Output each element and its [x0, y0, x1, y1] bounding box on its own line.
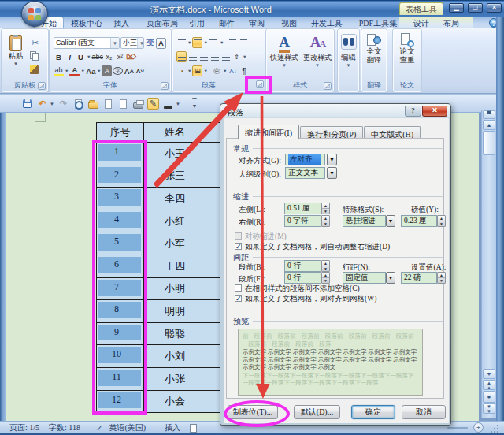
scroll-thumb[interactable] [483, 131, 495, 155]
scroll-up-icon[interactable]: ▲ [483, 120, 495, 130]
indent-left-field[interactable]: 0.51 厘 [284, 203, 321, 214]
browse-object-icon[interactable]: ● [483, 391, 495, 403]
enclose-character-button[interactable]: 字 [113, 67, 123, 75]
numbering-button[interactable] [192, 37, 202, 48]
font-size-combo[interactable]: 小三▼ [120, 37, 144, 49]
name-cell[interactable]: 小明 [144, 277, 206, 300]
font-color-button[interactable]: A [69, 65, 80, 76]
format-painter-icon[interactable] [30, 65, 39, 74]
name-cell[interactable]: 小会 [144, 390, 206, 413]
italic-button[interactable]: I [65, 51, 75, 62]
ribbon-tab-9[interactable]: 开发工具 [306, 17, 348, 28]
indent-right-field[interactable]: 0 字符 [284, 215, 321, 227]
alignment-combo[interactable]: 左对齐 [285, 154, 325, 165]
decrease-indent-button[interactable] [228, 37, 238, 48]
space-after-spinner[interactable]: ▲▼ [321, 272, 330, 284]
pen-dropdown-icon[interactable]: ▼ [176, 102, 180, 106]
new-page-icon[interactable] [117, 98, 129, 110]
by-spinner[interactable]: ▲▼ [437, 215, 446, 227]
ribbon-tab-5[interactable]: 引用 [182, 17, 212, 28]
indent-right-spinner[interactable]: ▲▼ [321, 215, 330, 227]
page-indicator[interactable]: 页面: 1/5 [5, 422, 44, 433]
undo-dropdown-icon[interactable]: ▼ [50, 102, 54, 106]
dialog-tab-2[interactable]: 换行和分页(P) [300, 126, 363, 139]
styles-dialog-launcher[interactable]: ◿ [324, 82, 332, 90]
name-cell[interactable]: 明明 [144, 300, 206, 323]
indent-left-spinner[interactable]: ▲▼ [321, 203, 330, 214]
name-cell[interactable]: 小红 [144, 210, 206, 232]
line-spacing-button[interactable]: ⇕ [232, 51, 242, 62]
snap-grid-checkbox[interactable]: ✓ [235, 295, 242, 302]
at-spinner[interactable]: ▲▼ [437, 272, 446, 284]
ribbon-tab-3[interactable]: 插入 [106, 17, 136, 28]
name-cell[interactable]: 小军 [144, 232, 206, 255]
line-spacing-combo[interactable]: 固定值 [343, 272, 386, 284]
maximize-button[interactable]: ▢ [468, 3, 483, 13]
name-cell[interactable]: 张三 [144, 165, 206, 188]
name-cell[interactable]: 小张 [144, 367, 206, 390]
vertical-scrollbar[interactable]: ▀ ▲ ▼ ▲▲ ● ▼▼ [481, 110, 496, 418]
close-button[interactable]: ✕ [487, 3, 502, 13]
minimize-button[interactable]: ▁ [449, 3, 464, 13]
clear-format-icon[interactable]: ⌦ [126, 51, 136, 62]
redo-icon[interactable]: ↷ [57, 98, 69, 110]
open-folder-icon[interactable] [87, 98, 99, 110]
shading-button[interactable]: ◔ [176, 65, 187, 76]
outline-dropdown-icon[interactable]: ▼ [327, 167, 337, 179]
word-count[interactable]: 字数: 118 [44, 422, 85, 433]
phonetic-guide-button[interactable]: 变 [145, 38, 155, 49]
font-name-combo[interactable]: Calibri (西文▼ [54, 37, 120, 49]
zoom-in-icon[interactable]: + [473, 422, 484, 433]
bold-button[interactable]: B [54, 51, 64, 62]
pen-icon[interactable] [162, 98, 174, 110]
subscript-button[interactable]: x₂ [104, 51, 114, 62]
by-field[interactable]: 0.23 厘 [401, 215, 437, 227]
language-indicator[interactable]: 英语(美国) [104, 422, 150, 433]
table-header-cell[interactable]: 姓名 [144, 123, 206, 143]
ribbon-tab-2[interactable]: 模板中心 [64, 17, 109, 28]
editing-button[interactable]: 编辑 ▼ [339, 34, 358, 68]
borders-button[interactable]: ⊞ [192, 65, 202, 76]
show-marks-button[interactable]: ¶ [239, 65, 249, 76]
dialog-tab-1[interactable]: 缩进和间距(I) [238, 125, 299, 139]
name-cell[interactable]: 小刘 [144, 345, 206, 368]
outline-combo[interactable]: 正文文本 [285, 167, 325, 179]
print-preview-icon[interactable] [72, 98, 84, 110]
character-shading-button[interactable]: A [102, 65, 112, 76]
zoom-slider[interactable] [447, 427, 468, 429]
paste-button[interactable]: 粘贴 ▼ [4, 35, 28, 66]
ribbon-tab-4[interactable]: 页面布局 [139, 17, 185, 28]
mirror-indents-checkbox[interactable]: ✓ [235, 232, 242, 240]
line-spacing-dropdown-icon[interactable]: ▼ [386, 272, 395, 284]
scroll-down-icon[interactable]: ▼ [483, 369, 495, 379]
copy-icon[interactable] [30, 51, 39, 61]
insert-mode[interactable]: 插入 [150, 422, 185, 433]
special-format-dropdown-icon[interactable]: ▼ [386, 215, 395, 227]
space-before-spinner[interactable]: ▲▼ [321, 260, 330, 272]
shrink-font-button[interactable]: A˅ [135, 65, 145, 76]
no-space-checkbox[interactable]: ✓ [235, 284, 242, 292]
translate-button[interactable]: 全文 翻译 [362, 33, 386, 65]
multilevel-list-button[interactable] [209, 37, 219, 48]
change-case-button[interactable]: Aa [86, 65, 96, 76]
dialog-close-button[interactable]: ✕ [422, 106, 447, 117]
undo-icon[interactable]: ↶ [36, 98, 48, 110]
underline-button[interactable]: U [76, 51, 86, 62]
ribbon-tab-11[interactable]: 设计 [407, 17, 435, 28]
printer-icon[interactable] [132, 98, 144, 110]
bullets-button[interactable] [176, 37, 187, 48]
align-right-button[interactable] [198, 51, 209, 62]
justify-button[interactable] [209, 51, 220, 62]
name-cell[interactable]: 小王 [144, 143, 206, 165]
previous-page-icon[interactable]: ▲▲ [483, 380, 495, 390]
name-cell[interactable]: 李四 [144, 188, 206, 210]
character-border-button[interactable]: A [156, 38, 166, 49]
name-cell[interactable]: 王四 [144, 255, 206, 277]
special-format-combo[interactable]: 悬挂缩进 [343, 215, 386, 227]
align-left-button[interactable] [176, 51, 187, 62]
space-before-field[interactable]: 0 行 [284, 260, 321, 272]
ribbon-tab-8[interactable]: 视图 [274, 17, 304, 28]
text-highlight-button[interactable]: ab [54, 65, 64, 76]
table-header-cell[interactable]: 序号 [97, 123, 144, 143]
split-handle-icon[interactable]: ▀ [483, 110, 495, 119]
